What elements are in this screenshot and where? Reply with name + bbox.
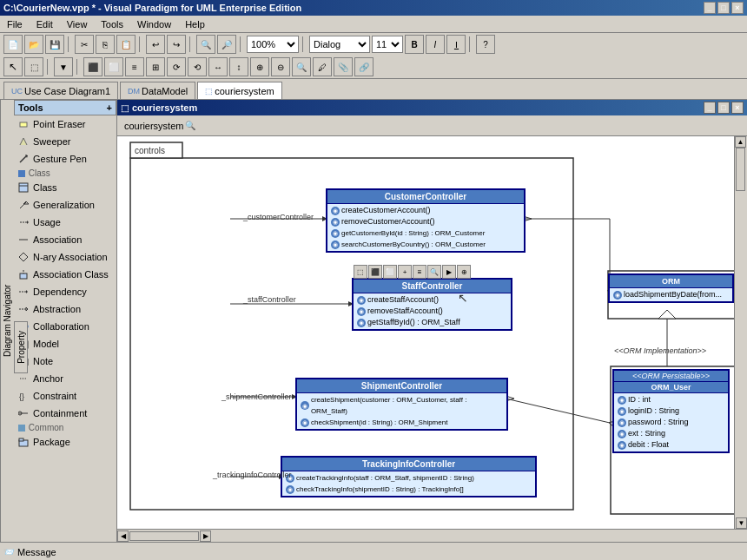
fontsize-select[interactable]: 11 — [372, 36, 403, 53]
inner-canvas[interactable]: controls — [117, 136, 734, 529]
tool-sweeper[interactable]: Sweeper — [14, 133, 116, 150]
save-btn[interactable]: 💾 — [45, 35, 64, 54]
ctx-btn-1[interactable]: ⬚ — [354, 265, 367, 279]
tool-anchor[interactable]: Anchor — [14, 370, 116, 387]
tb2-btn13[interactable]: ⊖ — [271, 57, 290, 76]
scroll-up-btn[interactable]: ▲ — [735, 136, 746, 148]
ctx-btn-7[interactable]: ▶ — [442, 265, 456, 279]
paste-btn[interactable]: 📋 — [116, 35, 136, 54]
ctx-btn-5[interactable]: ≡ — [413, 265, 426, 279]
method-icon-6: ◉ — [357, 307, 366, 316]
ctx-btn-8[interactable]: ⊕ — [457, 265, 471, 279]
zoom-select[interactable]: 100% — [247, 36, 299, 53]
scroll-thumb-h[interactable] — [129, 531, 199, 541]
scroll-left-btn[interactable]: ◀ — [117, 530, 129, 542]
tool-note[interactable]: Note — [14, 352, 116, 370]
tb2-btn6[interactable]: ≡ — [125, 57, 144, 76]
method-remove-account: ◉ removeCustomerAccount() — [331, 216, 520, 227]
tool-class[interactable]: Class — [14, 179, 116, 196]
zoom-in-btn[interactable]: 🔍 — [196, 35, 215, 54]
maximize-btn[interactable]: □ — [717, 2, 730, 14]
tb2-btn15[interactable]: 🖊 — [313, 57, 332, 76]
tool-generalization[interactable]: Generalization — [14, 196, 116, 214]
tb2-btn12[interactable]: ⊕ — [250, 57, 269, 76]
tb2-btn9[interactable]: ⟲ — [188, 57, 207, 76]
property-tab[interactable]: Property — [14, 321, 28, 373]
inner-title-buttons[interactable]: _ □ × — [704, 102, 744, 114]
shipment-controller-class[interactable]: ShipmentController ◉ createShipment(cust… — [295, 378, 508, 431]
open-btn[interactable]: 📂 — [24, 35, 43, 54]
title-bar-buttons[interactable]: _ □ × — [704, 2, 744, 14]
tracking-controller-class[interactable]: TrackingInfoController ◉ createTrackingI… — [281, 456, 537, 497]
tb2-btn11[interactable]: ↕ — [229, 57, 248, 76]
select-btn[interactable]: ↖ — [3, 57, 23, 76]
tool-constraint[interactable]: {} Constraint — [14, 387, 116, 405]
tab-datamodel[interactable]: DM DataModel — [120, 82, 195, 99]
italic-btn[interactable]: I — [426, 35, 445, 54]
menu-tools[interactable]: Tools — [97, 17, 127, 31]
orm-user-class[interactable]: <<ORM Persistable>> ORM_User ◉ ID : int … — [612, 369, 730, 453]
toolbox-expand-icon[interactable]: + — [107, 102, 112, 113]
scroll-down-btn[interactable]: ▼ — [736, 517, 747, 529]
cut-btn[interactable]: ✂ — [75, 35, 94, 54]
menu-window[interactable]: Window — [134, 17, 175, 31]
method-icon-7: ◉ — [357, 319, 366, 327]
tb2-btn17[interactable]: 🔗 — [354, 57, 374, 76]
redo-btn[interactable]: ↪ — [167, 35, 186, 54]
ctx-btn-4[interactable]: + — [398, 265, 412, 279]
tool-collaboration[interactable]: Collaboration — [14, 318, 116, 335]
staff-controller-class[interactable]: StaffController ◉ createStaffAccount() ◉… — [352, 278, 512, 331]
tool-model[interactable]: Model — [14, 335, 116, 352]
copy-btn[interactable]: ⎘ — [96, 35, 115, 54]
inner-close-btn[interactable]: × — [731, 102, 744, 114]
tb2-btn2[interactable]: ⬚ — [24, 57, 43, 76]
tb2-btn4[interactable]: ⬛ — [83, 57, 102, 76]
undo-btn[interactable]: ↩ — [146, 35, 165, 54]
minimize-btn[interactable]: _ — [704, 2, 716, 14]
scroll-thumb-v[interactable] — [736, 148, 745, 191]
tb2-btn3[interactable]: ▼ — [54, 57, 73, 76]
tool-association-class[interactable]: Association Class — [14, 266, 116, 283]
ctx-btn-3[interactable]: ⬜ — [383, 265, 397, 279]
orm-top-class[interactable]: ORM ◉ loadShipmentByDate(from... — [608, 273, 734, 303]
tb2-btn5[interactable]: ⬜ — [104, 57, 123, 76]
property-tab-label: Property — [17, 331, 26, 364]
tab-couriersystem[interactable]: ⬚ couriersystem — [197, 82, 281, 99]
tool-association[interactable]: Association — [14, 231, 116, 248]
tool-nary-association[interactable]: N-ary Association — [14, 248, 116, 266]
tool-abstraction[interactable]: Abstraction — [14, 300, 116, 318]
inner-maximize-btn[interactable]: □ — [717, 102, 730, 114]
menu-view[interactable]: View — [63, 17, 91, 31]
zoom-out-btn[interactable]: 🔎 — [217, 35, 236, 54]
vertical-scrollbar[interactable]: ▲ ▼ — [734, 136, 747, 529]
tool-usage[interactable]: Usage — [14, 214, 116, 231]
tb2-btn7[interactable]: ⊞ — [146, 57, 165, 76]
customer-controller-class[interactable]: CustomerController ◉ createCustomerAccou… — [326, 188, 526, 253]
font-select[interactable]: Dialog — [309, 36, 370, 53]
tb2-btn10[interactable]: ↔ — [208, 57, 228, 76]
tool-package[interactable]: Package — [14, 433, 116, 451]
tab-usecase[interactable]: UC Use Case Diagram1 — [3, 82, 118, 99]
orm-user-body: ◉ ID : int ◉ loginID : String ◉ password… — [614, 393, 728, 451]
menu-help[interactable]: Help — [182, 17, 208, 31]
tool-gesture-pen[interactable]: Gesture Pen — [14, 150, 116, 168]
context-toolbar[interactable]: ⬚ ⬛ ⬜ + ≡ 🔍 ▶ ⊕ — [354, 265, 471, 279]
tool-point-eraser[interactable]: Point Eraser — [14, 115, 116, 133]
tb2-btn8[interactable]: ⟳ — [167, 57, 186, 76]
horizontal-scrollbar[interactable]: ◀ ▶ — [117, 529, 747, 542]
inner-minimize-btn[interactable]: _ — [704, 102, 716, 114]
bold-btn[interactable]: B — [405, 35, 424, 54]
new-btn[interactable]: 📄 — [3, 35, 23, 54]
scroll-right-btn[interactable]: ▶ — [200, 530, 211, 542]
tb2-btn14[interactable]: 🔍 — [292, 57, 311, 76]
close-btn[interactable]: × — [731, 2, 744, 14]
ctx-btn-2[interactable]: ⬛ — [368, 265, 382, 279]
help-btn[interactable]: ? — [476, 35, 495, 54]
underline-btn[interactable]: I̲ — [446, 35, 466, 54]
tb2-btn16[interactable]: 📎 — [334, 57, 353, 76]
tool-containment[interactable]: Containment — [14, 405, 116, 422]
menu-edit[interactable]: Edit — [33, 17, 56, 31]
menu-file[interactable]: File — [3, 17, 26, 31]
tool-dependency[interactable]: Dependency — [14, 283, 116, 300]
ctx-btn-6[interactable]: 🔍 — [427, 265, 441, 279]
